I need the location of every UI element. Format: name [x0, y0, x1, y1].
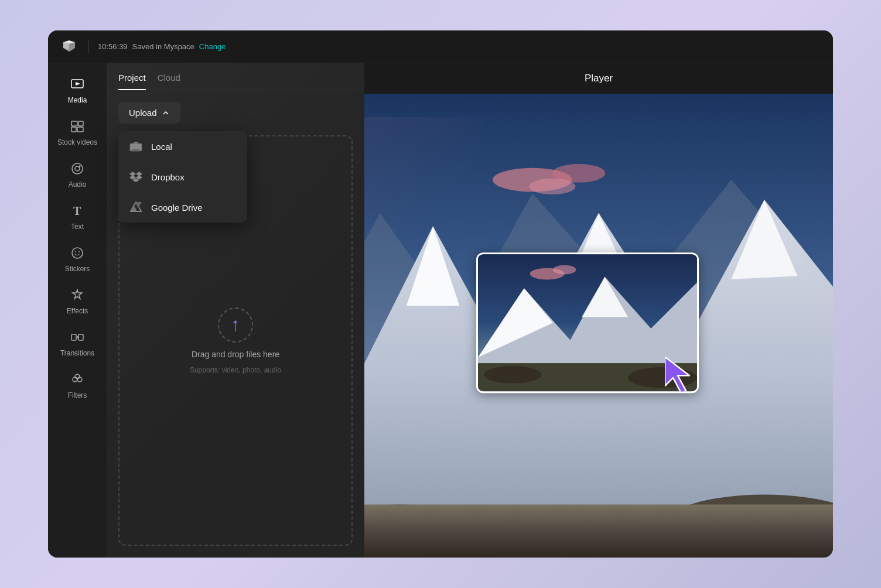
dropbox-icon — [129, 170, 143, 184]
upload-dropdown: Local Dropbox — [118, 131, 247, 223]
svg-marker-29 — [130, 205, 137, 211]
preview-mountain-svg — [478, 254, 697, 391]
sidebar-item-transitions[interactable]: Transitions — [51, 323, 104, 363]
svg-point-8 — [79, 166, 81, 167]
svg-marker-30 — [135, 202, 142, 208]
sidebar-item-media[interactable]: Media — [51, 70, 104, 110]
svg-point-6 — [72, 163, 83, 174]
sidebar-label-stickers: Stickers — [65, 265, 90, 273]
dropdown-item-local[interactable]: Local — [118, 131, 247, 162]
dropdown-item-dropbox[interactable]: Dropbox — [118, 162, 247, 192]
chevron-up-icon — [162, 109, 170, 117]
sidebar-item-filters[interactable]: Filters — [51, 365, 104, 405]
sidebar-label-media: Media — [68, 96, 87, 104]
title-bar: 10:56:39 Saved in Myspace Change — [48, 30, 833, 63]
change-link[interactable]: Change — [199, 42, 226, 51]
sidebar: Media Stock videos — [48, 63, 107, 558]
text-icon: T — [69, 203, 86, 219]
svg-rect-20 — [134, 142, 138, 144]
svg-marker-1 — [76, 82, 80, 86]
preview-box — [476, 252, 699, 393]
google-drive-icon — [129, 200, 143, 214]
cursor-arrow — [665, 357, 699, 393]
local-icon — [129, 139, 143, 153]
title-divider — [88, 40, 88, 54]
svg-marker-52 — [665, 357, 689, 393]
player-area: Player — [364, 63, 833, 558]
svg-rect-22 — [129, 150, 142, 151]
svg-point-50 — [484, 366, 541, 384]
transitions-icon — [69, 329, 86, 346]
save-info: 10:56:39 Saved in Myspace Change — [98, 42, 226, 51]
sidebar-item-text[interactable]: T Text — [51, 197, 104, 237]
sidebar-label-audio: Audio — [69, 180, 87, 189]
svg-rect-39 — [364, 504, 833, 558]
upload-button[interactable]: Upload — [118, 102, 180, 124]
panel-content: Upload — [107, 90, 364, 558]
sidebar-item-audio[interactable]: Audio — [51, 155, 104, 194]
sidebar-label-stock-videos: Stock videos — [57, 138, 97, 146]
preview-inner — [478, 254, 697, 391]
sidebar-label-transitions: Transitions — [60, 349, 94, 357]
svg-rect-13 — [71, 334, 76, 340]
audio-icon — [69, 160, 86, 177]
sidebar-label-text: Text — [71, 223, 84, 231]
svg-point-7 — [75, 166, 80, 171]
svg-rect-4 — [71, 127, 76, 132]
app-logo — [60, 37, 78, 56]
dropdown-dropbox-label: Dropbox — [151, 172, 185, 182]
sidebar-item-stock-videos[interactable]: Stock videos — [51, 112, 104, 152]
tab-project[interactable]: Project — [118, 73, 146, 90]
sidebar-label-filters: Filters — [68, 391, 87, 399]
supports-text: Supports: video, photo, audio — [190, 366, 281, 374]
dropdown-local-label: Local — [151, 142, 172, 152]
time-display: 10:56:39 — [98, 42, 128, 51]
media-icon — [69, 76, 86, 93]
app-window: 10:56:39 Saved in Myspace Change Media — [48, 30, 833, 558]
player-content — [364, 94, 833, 558]
panel-tabs: Project Cloud — [107, 63, 364, 90]
svg-rect-3 — [78, 121, 83, 126]
main-content: Media Stock videos — [48, 63, 833, 558]
svg-text:T: T — [73, 204, 81, 217]
media-panel: Project Cloud Upload — [107, 63, 364, 558]
svg-point-48 — [553, 265, 576, 275]
sidebar-item-stickers[interactable]: Stickers — [51, 239, 104, 279]
svg-point-11 — [75, 251, 76, 252]
sidebar-item-effects[interactable]: Effects — [51, 281, 104, 321]
effects-icon — [69, 287, 86, 303]
sidebar-label-effects: Effects — [67, 307, 88, 315]
svg-point-42 — [529, 179, 575, 194]
player-title: Player — [364, 63, 833, 94]
svg-rect-21 — [132, 149, 139, 150]
svg-point-10 — [72, 248, 83, 258]
svg-rect-2 — [71, 121, 77, 126]
dropdown-google-drive-label: Google Drive — [151, 203, 203, 213]
save-status: Saved in Myspace — [132, 42, 194, 51]
tab-cloud[interactable]: Cloud — [158, 73, 180, 90]
stickers-icon — [69, 245, 86, 261]
svg-point-12 — [78, 251, 80, 252]
dropdown-item-google-drive[interactable]: Google Drive — [118, 192, 247, 223]
upload-circle: ↑ — [218, 307, 253, 343]
svg-rect-5 — [77, 127, 83, 132]
upload-arrow-icon: ↑ — [231, 314, 240, 336]
svg-rect-14 — [78, 334, 83, 340]
upload-label: Upload — [129, 108, 157, 118]
stock-videos-icon — [69, 118, 86, 135]
drag-drop-text: Drag and drop files here — [192, 350, 279, 359]
filters-icon — [69, 371, 86, 388]
